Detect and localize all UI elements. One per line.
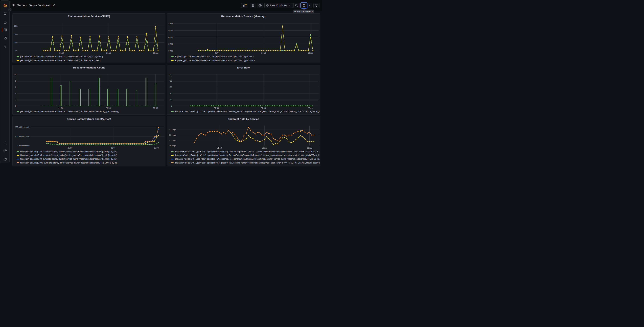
- svg-text:21:50: 21:50: [60, 52, 64, 54]
- svg-text:histogram_quantile(0.99, sum(r: histogram_quantile(0.99, sum(rate(latenc…: [20, 158, 117, 160]
- svg-text:10: 10: [14, 74, 16, 76]
- svg-text:8 MB: 8 MB: [168, 23, 173, 25]
- svg-text:6 MB: 6 MB: [168, 30, 173, 32]
- svg-text:21:50: 21:50: [215, 52, 220, 54]
- svg-text:{exported_job="recommendations: {exported_job="recommendationservice", i…: [20, 56, 103, 58]
- svg-text:21:50: 21:50: [68, 147, 72, 149]
- svg-text:22:00: 22:00: [154, 147, 159, 149]
- svg-text:21:50: 21:50: [217, 147, 222, 149]
- svg-text:{exported_job="recommendations: {exported_job="recommendationservice", i…: [20, 59, 100, 62]
- svg-text:{exported_job="recommendations: {exported_job="recommendationservice", i…: [174, 56, 254, 58]
- svg-text:{instance="otelcol:9464", job=: {instance="otelcol:9464", job="otel", op…: [174, 150, 320, 153]
- svg-text:60: 60: [170, 86, 172, 88]
- svg-text:10%: 10%: [14, 42, 18, 44]
- svg-text:30%: 30%: [14, 25, 18, 27]
- svg-text:0%: 0%: [15, 50, 18, 52]
- svg-text:21:50: 21:50: [214, 107, 219, 109]
- svg-text:2: 2: [15, 98, 16, 100]
- svg-text:{instance="otelcol:9464", job=: {instance="otelcol:9464", job="otel", op…: [174, 110, 320, 113]
- svg-text:20: 20: [170, 98, 172, 100]
- svg-text:4 MB: 4 MB: [168, 36, 173, 38]
- svg-text:{exported_job="recommendations: {exported_job="recommendationservice", i…: [20, 110, 119, 113]
- svg-text:0: 0: [15, 105, 16, 107]
- svg-text:21:55: 21:55: [262, 147, 267, 149]
- svg-text:0.3 req/s: 0.3 req/s: [169, 128, 176, 130]
- svg-text:0.1 req/s: 0.1 req/s: [169, 139, 176, 141]
- svg-text:22:00: 22:00: [308, 52, 313, 54]
- svg-text:histogram_quantile(0.999, sum(: histogram_quantile(0.999, sum(rate(laten…: [20, 162, 118, 164]
- svg-text:histogram_quantile(0.50, sum(r: histogram_quantile(0.50, sum(rate(latenc…: [20, 150, 117, 153]
- svg-text:21:55: 21:55: [106, 107, 111, 109]
- svg-text:22:00: 22:00: [153, 52, 158, 54]
- svg-text:21:55: 21:55: [262, 52, 266, 54]
- svg-text:histogram_quantile(0.95, sum(r: histogram_quantile(0.95, sum(rate(latenc…: [20, 154, 117, 156]
- svg-text:22:00: 22:00: [307, 147, 312, 149]
- svg-text:21:55: 21:55: [261, 107, 266, 109]
- svg-text:4: 4: [15, 92, 16, 94]
- svg-text:{instance="otelcol:9464", job=: {instance="otelcol:9464", job="otel", op…: [174, 162, 320, 164]
- svg-text:{instance="otelcol:9464", job=: {instance="otelcol:9464", job="otel", op…: [174, 158, 320, 160]
- svg-text:200 milliseconds: 200 milliseconds: [15, 135, 29, 137]
- svg-text:100: 100: [169, 74, 172, 76]
- svg-text:0.2 req/s: 0.2 req/s: [169, 134, 176, 136]
- svg-text:21:55: 21:55: [106, 52, 111, 54]
- svg-text:20%: 20%: [14, 33, 18, 35]
- svg-text:0: 0: [171, 105, 172, 107]
- svg-text:0 MB: 0 MB: [168, 50, 173, 52]
- svg-text:8: 8: [15, 80, 16, 82]
- svg-text:400 milliseconds: 400 milliseconds: [15, 126, 29, 128]
- svg-text:22:00: 22:00: [308, 107, 312, 109]
- svg-text:0.0 req/s: 0.0 req/s: [169, 145, 176, 147]
- svg-text:6: 6: [15, 86, 16, 88]
- svg-text:0 milliseconds: 0 milliseconds: [17, 145, 29, 147]
- svg-text:40: 40: [170, 92, 172, 94]
- svg-text:{instance="otelcol:9464", job=: {instance="otelcol:9464", job="otel", op…: [174, 154, 320, 156]
- svg-text:21:50: 21:50: [58, 107, 64, 109]
- svg-text:21:55: 21:55: [111, 147, 116, 149]
- svg-text:80: 80: [170, 80, 172, 82]
- svg-text:22:00: 22:00: [153, 107, 158, 109]
- svg-text:2 MB: 2 MB: [168, 43, 173, 45]
- svg-text:{exported_job="recommendations: {exported_job="recommendationservice", i…: [174, 59, 254, 62]
